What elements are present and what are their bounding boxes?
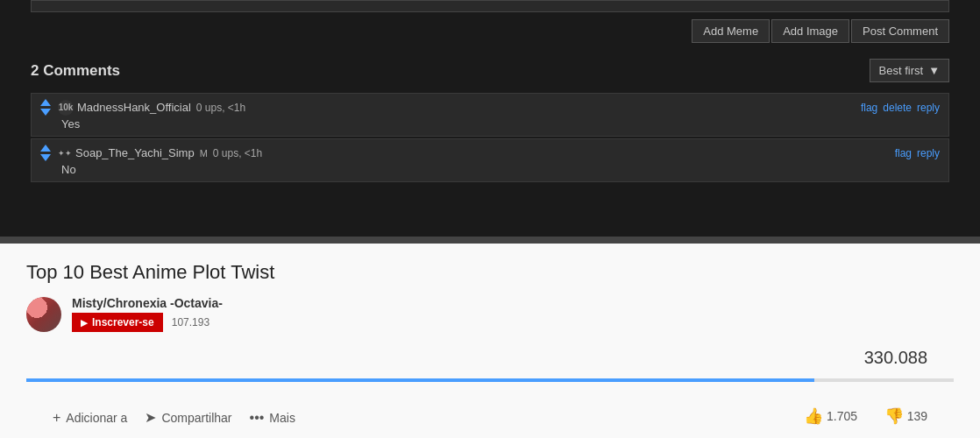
upvote-icon-2[interactable] (40, 145, 51, 152)
share-icon: ➤ (145, 409, 156, 426)
comment-1-text-line: Yes (40, 117, 940, 131)
add-meme-button[interactable]: Add Meme (692, 19, 770, 43)
comment-row-1: 10k MadnessHank_Official 0 ups, <1h flag… (31, 93, 949, 137)
dislike-button[interactable]: 👎 139 (884, 406, 927, 426)
flag-link-1[interactable]: flag (861, 102, 877, 114)
subscribe-button[interactable]: ▶ Inscrever-se (72, 313, 163, 332)
bottom-youtube-section: Top 10 Best Anime Plot Twist Misty/Chron… (0, 244, 980, 438)
more-icon: ••• (250, 410, 265, 426)
subscriber-count: 107.193 (172, 316, 209, 328)
thumbs-up-icon: 👍 (804, 406, 823, 426)
comment-2-meta: ✦✦ Soap_The_Yachi_Simp M 0 ups, <1h (40, 145, 262, 161)
reply-link-2[interactable]: reply (917, 147, 940, 159)
subscribe-row: ▶ Inscrever-se 107.193 (72, 313, 223, 332)
comments-header: 2 Comments Best first ▼ (31, 59, 949, 82)
like-button[interactable]: 👍 1.705 (804, 406, 857, 426)
more-button[interactable]: ••• Mais (250, 410, 295, 426)
bottom-content: Top 10 Best Anime Plot Twist Misty/Chron… (26, 261, 954, 438)
share-button[interactable]: ➤ Compartilhar (145, 409, 231, 426)
comment-stats-1: 0 ups, <1h (196, 102, 245, 114)
delete-link-1[interactable]: delete (883, 102, 912, 114)
sort-dropdown[interactable]: Best first ▼ (870, 59, 949, 82)
comment-text-2: No (61, 163, 76, 176)
sort-label: Best first (879, 64, 924, 77)
add-icon: + (53, 410, 60, 426)
comment-2-top: ✦✦ Soap_The_Yachi_Simp M 0 ups, <1h flag… (40, 145, 940, 161)
video-title: Top 10 Best Anime Plot Twist (26, 261, 954, 284)
comment-1-top: 10k MadnessHank_Official 0 ups, <1h flag… (40, 99, 940, 116)
video-progress-bar[interactable] (26, 378, 954, 382)
username-2: Soap_The_Yachi_Simp (75, 146, 195, 159)
sort-arrow-icon: ▼ (928, 64, 940, 77)
downvote-icon-2[interactable] (40, 154, 51, 161)
channel-info: Misty/Chronexia -Octavia- ▶ Inscrever-se… (72, 296, 223, 332)
channel-avatar (26, 297, 61, 332)
subscribe-label: Inscrever-se (92, 316, 154, 328)
comment-1-meta: 10k MadnessHank_Official 0 ups, <1h (40, 99, 245, 116)
youtube-icon: ▶ (81, 318, 88, 328)
reply-link-1[interactable]: reply (917, 102, 940, 114)
vote-arrows-1[interactable] (40, 99, 51, 116)
downvote-icon-1[interactable] (40, 109, 51, 116)
dislike-count: 139 (907, 409, 927, 423)
more-label: Mais (269, 411, 295, 425)
thumbs-down-icon: 👎 (884, 406, 904, 426)
channel-avatar-image (26, 297, 61, 332)
add-to-label: Adicionar a (66, 411, 127, 425)
user-badge-1: 10k (58, 100, 74, 116)
top-dark-section: Add Meme Add Image Post Comment 2 Commen… (0, 0, 980, 237)
add-to-button[interactable]: + Adicionar a (53, 410, 127, 426)
vote-arrows-2[interactable] (40, 145, 51, 161)
username-1: MadnessHank_Official (77, 101, 191, 114)
comment-row-2: ✦✦ Soap_The_Yachi_Simp M 0 ups, <1h flag… (31, 138, 949, 182)
post-comment-button[interactable]: Post Comment (851, 19, 949, 43)
mod-badge-2: M (200, 148, 208, 159)
comment-input-bar (31, 0, 949, 12)
comment-2-text-line: No (40, 163, 940, 176)
video-actions-row: + Adicionar a ➤ Compartilhar ••• Mais (53, 409, 295, 426)
view-count: 330.088 (864, 348, 927, 368)
share-label: Compartilhar (161, 411, 231, 425)
section-divider (0, 237, 980, 244)
channel-row: Misty/Chronexia -Octavia- ▶ Inscrever-se… (26, 296, 954, 332)
comment-stats-2: 0 ups, <1h (213, 147, 262, 159)
channel-name: Misty/Chronexia -Octavia- (72, 296, 223, 310)
comment-actions-bar: Add Meme Add Image Post Comment (0, 19, 980, 43)
flag-link-2[interactable]: flag (895, 147, 912, 159)
add-image-button[interactable]: Add Image (771, 19, 849, 43)
like-count: 1.705 (827, 409, 857, 423)
comments-count: 2 Comments (31, 62, 120, 80)
upvote-icon-1[interactable] (40, 99, 51, 106)
comments-section: 2 Comments Best first ▼ 10k MadnessHank_… (0, 59, 980, 182)
user-badge-2: ✦✦ (58, 149, 72, 158)
progress-bar-fill (26, 378, 814, 382)
comment-text-1: Yes (61, 117, 80, 131)
comment-1-actions: flag delete reply (861, 102, 940, 114)
comment-2-actions: flag reply (895, 147, 940, 159)
